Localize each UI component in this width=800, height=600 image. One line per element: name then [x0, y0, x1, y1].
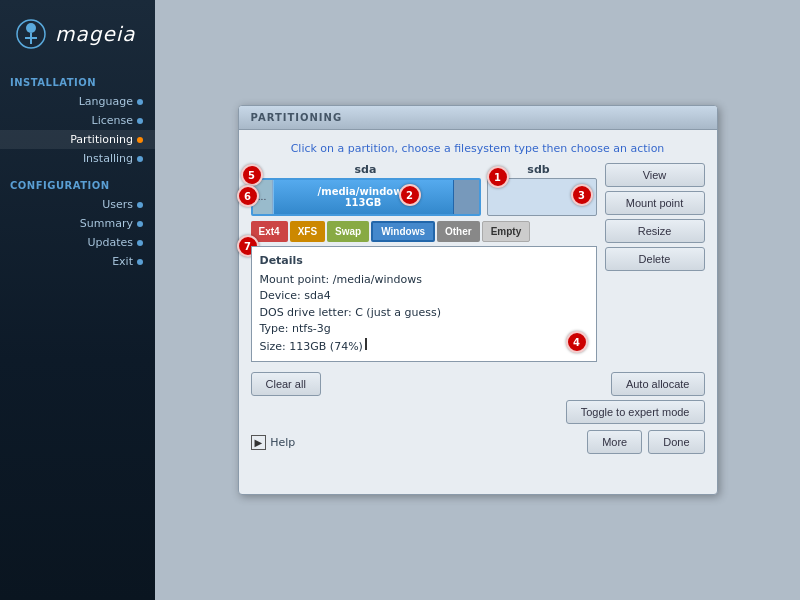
bottom-row-2: Toggle to expert mode [251, 400, 705, 424]
sidebar-item-exit[interactable]: Exit [0, 252, 155, 271]
sidebar-item-users[interactable]: Users [0, 195, 155, 214]
help-icon: ▶ [251, 435, 267, 450]
toggle-expert-mode-button[interactable]: Toggle to expert mode [566, 400, 705, 424]
fs-btn-ext4[interactable]: Ext4 [251, 221, 288, 242]
dialog-body: Click on a partition, choose a filesyste… [239, 130, 717, 462]
details-line-5: Size: 113GB (74%) [260, 338, 588, 356]
sidebar-item-installing-label: Installing [83, 152, 133, 165]
dialog-title: PARTITIONING [239, 106, 717, 130]
sidebar-item-updates[interactable]: Updates [0, 233, 155, 252]
sidebar-item-license-label: License [92, 114, 133, 127]
details-box: Details Mount point: /media/windows Devi… [251, 246, 597, 362]
sda-seg1[interactable]: ... [253, 180, 273, 214]
sidebar-item-updates-label: Updates [87, 236, 133, 249]
sidebar-item-language[interactable]: Language [0, 92, 155, 111]
details-line-3: DOS drive letter: C (just a guess) [260, 305, 588, 322]
mageia-logo-icon [15, 18, 47, 50]
configuration-section-label: CONFIGURATION [0, 168, 155, 195]
details-line-2: Device: sda4 [260, 288, 588, 305]
fs-type-buttons: 7 Ext4 XFS Swap Windows Other Empty [251, 221, 597, 242]
sidebar-item-summary[interactable]: Summary [0, 214, 155, 233]
resize-button[interactable]: Resize [605, 219, 705, 243]
fs-btn-other[interactable]: Other [437, 221, 480, 242]
sidebar-item-license-dot [137, 118, 143, 124]
sidebar-item-summary-dot [137, 221, 143, 227]
details-line-1: Mount point: /media/windows [260, 272, 588, 289]
help-label[interactable]: Help [270, 436, 295, 449]
clear-all-button[interactable]: Clear all [251, 372, 321, 396]
done-button[interactable]: Done [648, 430, 704, 454]
more-button[interactable]: More [587, 430, 642, 454]
partition-section: sda sdb ... /media/windows 113GB [251, 163, 705, 366]
bottom-row-1: Clear all Auto allocate [251, 372, 705, 396]
sidebar-item-exit-dot [137, 259, 143, 265]
sidebar-item-users-label: Users [102, 198, 133, 211]
auto-allocate-button[interactable]: Auto allocate [611, 372, 705, 396]
sidebar-item-updates-dot [137, 240, 143, 246]
fs-btn-xfs[interactable]: XFS [290, 221, 325, 242]
view-button[interactable]: View [605, 163, 705, 187]
sidebar-item-users-dot [137, 202, 143, 208]
installation-section-label: INSTALLATION [0, 65, 155, 92]
sidebar-item-license[interactable]: License [0, 111, 155, 130]
disk-bars-row: ... /media/windows 113GB 1 [251, 178, 597, 216]
fs-btn-windows[interactable]: Windows [371, 221, 435, 242]
logo-area: mageia [0, 0, 155, 65]
footer-buttons: More Done [587, 430, 704, 454]
fs-btn-empty[interactable]: Empty [482, 221, 531, 242]
sidebar-item-partitioning[interactable]: Partitioning [0, 130, 155, 149]
sdb-label: sdb [481, 163, 597, 176]
help-section: ▶ Help [251, 435, 296, 450]
sidebar: mageia INSTALLATION Language License Par… [0, 0, 155, 600]
sidebar-item-partitioning-dot [137, 137, 143, 143]
sidebar-item-partitioning-label: Partitioning [70, 133, 133, 146]
mount-point-button[interactable]: Mount point [605, 191, 705, 215]
sidebar-item-installing[interactable]: Installing [0, 149, 155, 168]
sda-label: sda [251, 163, 481, 176]
sidebar-item-installing-dot [137, 156, 143, 162]
sda-seg3[interactable] [454, 180, 479, 214]
disk-display-area: sda sdb ... /media/windows 113GB [251, 163, 597, 366]
sda-windows-segment[interactable]: /media/windows 113GB [273, 180, 454, 214]
svg-point-1 [26, 23, 36, 33]
instruction-text: Click on a partition, choose a filesyste… [251, 142, 705, 155]
app-name: mageia [55, 22, 136, 46]
sda-bar[interactable]: ... /media/windows 113GB [251, 178, 481, 216]
sidebar-item-language-dot [137, 99, 143, 105]
sidebar-item-exit-label: Exit [112, 255, 133, 268]
sidebar-item-summary-label: Summary [80, 217, 133, 230]
sdb-bar[interactable] [487, 178, 597, 216]
delete-button[interactable]: Delete [605, 247, 705, 271]
partitioning-dialog: PARTITIONING Click on a partition, choos… [238, 105, 718, 495]
sidebar-item-language-label: Language [79, 95, 133, 108]
main-area: PARTITIONING Click on a partition, choos… [155, 0, 800, 600]
details-line-4: Type: ntfs-3g [260, 321, 588, 338]
fs-btn-swap[interactable]: Swap [327, 221, 369, 242]
footer-row: ▶ Help More Done [251, 430, 705, 454]
bottom-actions: Clear all Auto allocate Toggle to expert… [251, 372, 705, 424]
details-title: Details [260, 253, 588, 270]
action-buttons-col: View Mount point Resize Delete [605, 163, 705, 366]
